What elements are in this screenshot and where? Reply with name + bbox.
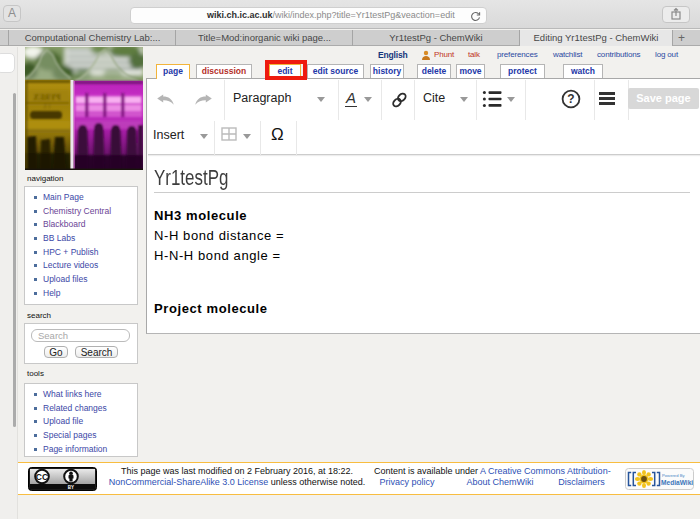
svg-text:PYREX: PYREX <box>33 93 61 102</box>
svg-text:MediaWiki: MediaWiki <box>661 479 693 486</box>
svg-text:?: ? <box>567 92 574 106</box>
svg-text:Powered By: Powered By <box>662 473 685 478</box>
svg-text:BY: BY <box>68 485 74 490</box>
svg-text:CC: CC <box>36 472 48 482</box>
